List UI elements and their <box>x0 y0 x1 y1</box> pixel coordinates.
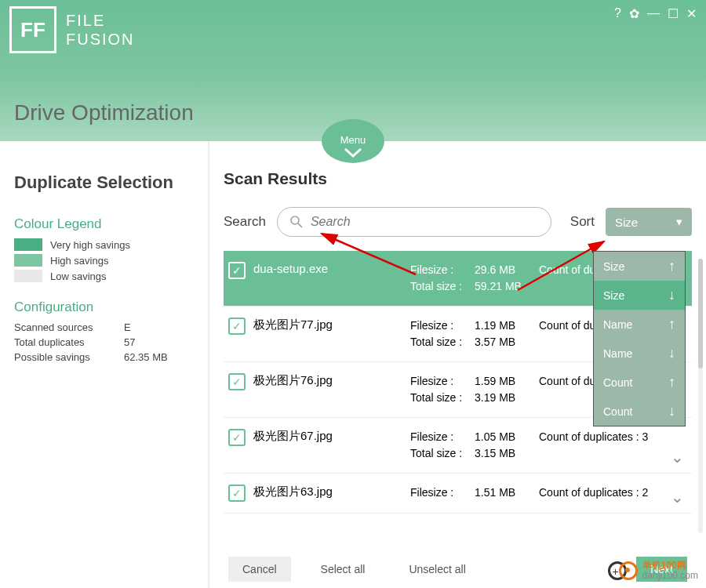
legend-label: Very high savings <box>50 239 130 251</box>
sort-option[interactable]: Count↑ <box>594 368 685 397</box>
minimize-icon[interactable]: — <box>647 6 660 21</box>
app-name-2: FUSION <box>66 30 135 49</box>
gear-icon[interactable]: ✿ <box>629 6 639 21</box>
watermark-line2: danji100.com <box>642 571 698 581</box>
config-val: 57 <box>124 336 135 348</box>
config-val: 62.35 MB <box>124 351 168 363</box>
file-meta: Filesize :1.51 MBCount of duplicates : 2 <box>410 485 684 501</box>
configuration: Configuration Scanned sourcesE Total dup… <box>14 299 194 363</box>
config-title: Configuration <box>14 299 194 315</box>
expand-icon[interactable]: ⌄ <box>671 448 684 466</box>
arrow-down-icon: ↓ <box>668 287 675 303</box>
config-val: E <box>124 321 131 333</box>
sort-button[interactable]: Size ▾ <box>606 208 692 236</box>
sort-option[interactable]: Name↑ <box>594 310 685 339</box>
filename: 极光图片63.jpg <box>253 485 402 499</box>
arrow-down-icon: ↓ <box>668 345 675 361</box>
filename: 极光图片76.jpg <box>253 373 402 388</box>
logo-icon: FF <box>9 6 56 53</box>
filename: 极光图片77.jpg <box>253 318 402 332</box>
swatch-med-icon <box>14 254 42 267</box>
config-row: Scanned sourcesE <box>14 321 194 333</box>
cancel-button[interactable]: Cancel <box>228 557 291 582</box>
sort-option[interactable]: Count↓ <box>594 397 685 426</box>
config-row: Possible savings62.35 MB <box>14 351 194 363</box>
expand-icon[interactable]: ⌄ <box>671 488 684 506</box>
sort-option-label: Count <box>603 405 632 418</box>
arrow-up-icon: ↑ <box>668 258 675 274</box>
sort-option-label: Size <box>603 289 624 302</box>
legend-item: Low savings <box>14 270 194 282</box>
swatch-high-icon <box>14 238 42 251</box>
help-icon[interactable]: ? <box>614 6 621 21</box>
arrow-up-icon: ↑ <box>668 374 675 390</box>
search-bar: Search Sort Size ▾ <box>224 207 692 237</box>
config-key: Total duplicates <box>14 336 124 348</box>
sort-dropdown[interactable]: Size↑Size↓Name↑Name↓Count↑Count↓ <box>593 251 686 426</box>
scrollbar[interactable] <box>698 259 703 533</box>
scroll-thumb[interactable] <box>698 259 703 368</box>
filename: dua-setup.exe <box>253 262 402 275</box>
result-row[interactable]: ✓极光图片63.jpgFilesize :1.51 MBCount of dup… <box>224 474 692 514</box>
watermark: + 单机100网 danji100.com <box>608 560 698 582</box>
swatch-low-icon <box>14 270 42 282</box>
sort-option-label: Size <box>603 260 624 273</box>
app-name: FILE FUSION <box>66 11 135 49</box>
config-key: Scanned sources <box>14 321 124 333</box>
watermark-logo-icon: + <box>608 560 638 582</box>
legend-label: Low savings <box>50 270 107 282</box>
checkbox[interactable]: ✓ <box>228 429 246 446</box>
sort-option-label: Name <box>603 347 632 360</box>
legend-item: Very high savings <box>14 238 194 251</box>
select-all-button[interactable]: Select all <box>307 557 380 582</box>
config-key: Possible savings <box>14 351 124 363</box>
dropdown-caret-icon: ▾ <box>676 215 682 229</box>
sidebar-title: Duplicate Selection <box>14 172 194 193</box>
maximize-icon[interactable]: ☐ <box>668 6 679 21</box>
checkbox[interactable]: ✓ <box>228 485 246 502</box>
search-input[interactable] <box>311 215 538 229</box>
config-row: Total duplicates57 <box>14 336 194 348</box>
sort-option[interactable]: Name↓ <box>594 339 685 368</box>
sort-value: Size <box>615 216 638 229</box>
arrow-down-icon: ↓ <box>668 403 675 419</box>
window-controls: ? ✿ — ☐ ✕ <box>614 6 697 21</box>
page-title: Drive Optimization <box>14 100 194 125</box>
file-meta: Filesize :1.05 MBCount of duplicates : 3… <box>410 429 684 462</box>
sort-option-label: Name <box>603 318 632 331</box>
svg-point-0 <box>291 216 299 224</box>
sidebar: Duplicate Selection Colour Legend Very h… <box>0 141 208 588</box>
sort-option[interactable]: Size↓ <box>594 281 685 310</box>
checkbox[interactable]: ✓ <box>228 318 246 335</box>
arrow-up-icon: ↑ <box>668 316 675 332</box>
checkbox[interactable]: ✓ <box>228 373 246 390</box>
close-icon[interactable]: ✕ <box>686 6 697 21</box>
search-icon <box>290 216 303 228</box>
search-box[interactable] <box>277 207 551 237</box>
logo-area: FF FILE FUSION <box>9 6 135 53</box>
checkbox[interactable]: ✓ <box>228 262 246 279</box>
filename: 极光图片67.jpg <box>253 429 402 444</box>
legend-title: Colour Legend <box>14 216 194 232</box>
app-name-1: FILE <box>66 11 135 30</box>
results-title: Scan Results <box>224 169 692 188</box>
sort-label: Sort <box>570 214 595 230</box>
header: FF FILE FUSION ? ✿ — ☐ ✕ Drive Optimizat… <box>0 0 706 141</box>
svg-line-1 <box>298 223 302 227</box>
legend-label: High savings <box>50 255 108 267</box>
watermark-text: 单机100网 danji100.com <box>642 561 698 581</box>
unselect-all-button[interactable]: Unselect all <box>395 557 479 582</box>
sort-option[interactable]: Size↑ <box>594 252 685 281</box>
legend-item: High savings <box>14 254 194 267</box>
search-label: Search <box>224 214 266 230</box>
sort-option-label: Count <box>603 376 632 389</box>
titlebar: FF FILE FUSION ? ✿ — ☐ ✕ <box>0 0 706 60</box>
